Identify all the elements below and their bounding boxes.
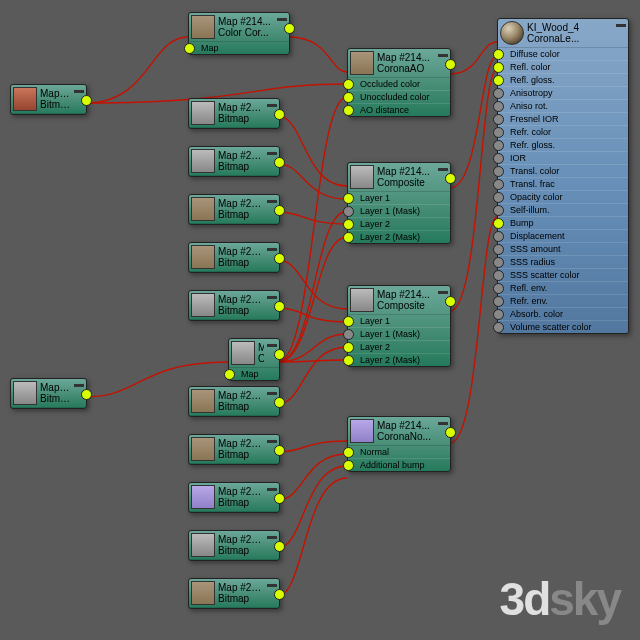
input-socket[interactable] [343,342,354,353]
input-slot[interactable]: SSS radius [498,255,628,268]
node-header[interactable]: Map #214...CoronaNo... [348,417,450,446]
node-header[interactable]: Map #214...Output [229,339,279,368]
minimize-icon[interactable] [267,440,277,443]
output-socket[interactable] [274,349,285,360]
node-header[interactable]: Map #214534...Bitmap [189,387,279,416]
input-socket[interactable] [493,257,504,268]
input-slot[interactable]: Refl. gloss. [498,73,628,86]
output-socket[interactable] [274,109,285,120]
node-header[interactable]: Map #213879...Bitmap [189,291,279,320]
output-socket[interactable] [274,397,285,408]
input-socket[interactable] [343,316,354,327]
output-socket[interactable] [274,253,285,264]
node-header[interactable]: Map #214534...Bitmap [189,243,279,272]
node-header[interactable]: Map #214...Composite [348,286,450,315]
input-slot[interactable]: Layer 2 (Mask) [348,230,450,243]
input-slot[interactable]: Layer 1 (Mask) [348,327,450,340]
minimize-icon[interactable] [438,168,448,171]
input-socket[interactable] [343,355,354,366]
output-socket[interactable] [274,301,285,312]
input-slot[interactable]: Refr. gloss. [498,138,628,151]
output-socket[interactable] [274,445,285,456]
minimize-icon[interactable] [267,488,277,491]
node-header[interactable]: Map #214...Composite [348,163,450,192]
input-socket[interactable] [343,105,354,116]
input-socket[interactable] [493,101,504,112]
minimize-icon[interactable] [438,291,448,294]
input-socket[interactable] [493,166,504,177]
node-header[interactable]: Map #213879...Bitmap [189,435,279,464]
input-slot[interactable]: SSS amount [498,242,628,255]
input-socket[interactable] [343,193,354,204]
input-slot[interactable]: Layer 1 (Mask) [348,204,450,217]
input-socket[interactable] [493,296,504,307]
input-socket[interactable] [493,322,504,333]
output-socket[interactable] [284,23,295,34]
input-slot[interactable]: Layer 2 [348,340,450,353]
input-socket[interactable] [343,232,354,243]
node-header[interactable]: Map #214534...Bitmap [189,147,279,176]
input-slot[interactable]: Refl. color [498,60,628,73]
minimize-icon[interactable] [267,200,277,203]
minimize-icon[interactable] [267,584,277,587]
input-slot[interactable]: Volume scatter color [498,320,628,333]
input-slot[interactable]: Layer 1 [348,315,450,327]
input-slot[interactable]: Opacity color [498,190,628,203]
node-header[interactable]: Map #214534...Bitmap [189,483,279,512]
input-slot[interactable]: Refl. env. [498,281,628,294]
input-slot[interactable]: AO distance [348,103,450,116]
output-socket[interactable] [274,205,285,216]
input-slot[interactable]: Aniso rot. [498,99,628,112]
input-socket[interactable] [493,49,504,60]
input-socket[interactable] [493,218,504,229]
minimize-icon[interactable] [267,296,277,299]
input-slot[interactable]: Bump [498,216,628,229]
minimize-icon[interactable] [267,104,277,107]
input-socket[interactable] [493,283,504,294]
input-socket[interactable] [493,62,504,73]
node-header[interactable]: Map #214534...Bitmap [189,579,279,608]
input-socket[interactable] [343,92,354,103]
input-slot[interactable]: IOR [498,151,628,164]
input-slot[interactable]: Map [189,42,289,54]
input-socket[interactable] [184,43,195,54]
output-socket[interactable] [274,493,285,504]
input-slot[interactable]: Unoccluded color [348,90,450,103]
output-socket[interactable] [445,173,456,184]
input-slot[interactable]: Layer 2 [348,217,450,230]
minimize-icon[interactable] [616,24,626,27]
input-slot[interactable]: Layer 1 [348,192,450,204]
input-slot[interactable]: SSS scatter color [498,268,628,281]
output-socket[interactable] [445,59,456,70]
node-header[interactable]: KI_Wood_4CoronaLe... [498,19,628,48]
input-slot[interactable]: Refr. env. [498,294,628,307]
input-socket[interactable] [343,329,354,340]
input-slot[interactable]: Anisotropy [498,86,628,99]
input-slot[interactable]: Map [229,368,279,380]
input-socket[interactable] [493,192,504,203]
output-socket[interactable] [274,157,285,168]
input-slot[interactable]: Displacement [498,229,628,242]
input-socket[interactable] [493,140,504,151]
input-socket[interactable] [493,75,504,86]
input-slot[interactable]: Diffuse color [498,48,628,60]
minimize-icon[interactable] [277,18,287,21]
input-socket[interactable] [493,231,504,242]
output-socket[interactable] [445,427,456,438]
output-socket[interactable] [274,589,285,600]
input-socket[interactable] [493,270,504,281]
node-header[interactable]: Map #214...CoronaAO [348,49,450,78]
input-socket[interactable] [224,369,235,380]
input-socket[interactable] [493,88,504,99]
minimize-icon[interactable] [267,392,277,395]
input-slot[interactable]: Layer 2 (Mask) [348,353,450,366]
output-socket[interactable] [274,541,285,552]
input-socket[interactable] [493,114,504,125]
output-socket[interactable] [445,296,456,307]
minimize-icon[interactable] [267,536,277,539]
input-socket[interactable] [343,460,354,471]
input-slot[interactable]: Fresnel IOR [498,112,628,125]
input-socket[interactable] [343,447,354,458]
node-header[interactable]: Map #213879...Bitmap [189,531,279,560]
input-socket[interactable] [343,206,354,217]
